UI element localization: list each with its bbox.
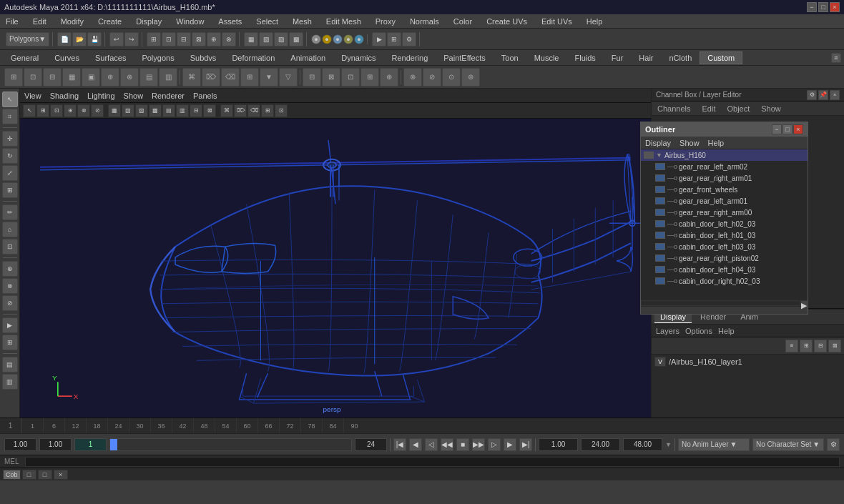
snap-btn1[interactable]: ▦ xyxy=(244,32,258,46)
shelf-icon-8[interactable]: ▤ xyxy=(139,68,158,87)
scale-tool[interactable]: ⤢ xyxy=(2,165,18,181)
outliner-close[interactable]: × xyxy=(793,124,803,134)
shelf-icon-3[interactable]: ⊟ xyxy=(43,68,62,87)
shelf-icon-18[interactable]: ⊡ xyxy=(341,68,360,87)
strip-btn-cob[interactable]: Cob xyxy=(3,470,21,480)
shelf-icon-1[interactable]: ⊞ xyxy=(4,68,23,87)
go-start-btn[interactable]: |◀ xyxy=(393,438,406,451)
menu-select[interactable]: Select xyxy=(253,16,281,27)
cb-close-btn[interactable]: × xyxy=(830,90,840,100)
cb-settings-btn[interactable]: ⚙ xyxy=(807,90,817,100)
go-end-btn[interactable]: ▶| xyxy=(519,438,532,451)
vp-tb-btn13[interactable]: ⊟ xyxy=(190,104,202,117)
ipr-tool[interactable]: ⊞ xyxy=(2,335,18,350)
vp-tb-btn17[interactable]: ⌫ xyxy=(247,104,260,117)
orbit-tool[interactable]: ⊗ xyxy=(2,278,18,294)
layer-item-0[interactable]: V /Airbus_H160_layer1 xyxy=(652,355,844,369)
viewport-canvas[interactable]: X Y persp xyxy=(20,119,651,417)
new-button[interactable]: 📄 xyxy=(57,32,72,46)
strip-btn-2[interactable]: □ xyxy=(38,470,52,480)
vp-tb-btn15[interactable]: ⌘ xyxy=(220,104,233,117)
snap-btn2[interactable]: ▧ xyxy=(259,32,273,46)
start-frame-field[interactable]: 1.00 xyxy=(39,438,72,451)
transform-btn1[interactable]: ⊞ xyxy=(147,32,161,46)
shelf-tab-muscle[interactable]: Muscle xyxy=(526,51,567,64)
shelf-tab-custom[interactable]: Custom xyxy=(700,51,742,64)
range-end-field[interactable]: 24.00 xyxy=(581,438,620,451)
strip-btn-1[interactable]: □ xyxy=(22,470,36,480)
transform-btn4[interactable]: ⊠ xyxy=(192,32,206,46)
save-button[interactable]: 💾 xyxy=(87,32,102,46)
render-btn3[interactable]: ⚙ xyxy=(402,32,416,46)
render-tool[interactable]: ▶ xyxy=(2,317,18,333)
outliner-item-0[interactable]: —o gear_rear_left_arm02 xyxy=(641,161,808,172)
vp-menu-panels[interactable]: Panels xyxy=(193,92,217,100)
shelf-tab-ncloth[interactable]: nCloth xyxy=(662,51,700,64)
shelf-icon-20[interactable]: ⊕ xyxy=(380,68,398,87)
menu-createuvs[interactable]: Create UVs xyxy=(484,16,530,27)
shelf-icon-4[interactable]: ▦ xyxy=(62,68,81,87)
show-tool[interactable]: ▤ xyxy=(2,357,18,372)
range-start-field[interactable]: 1.00 xyxy=(539,438,578,451)
menu-color[interactable]: Color xyxy=(451,16,475,27)
vp-tb-btn14[interactable]: ⊠ xyxy=(203,104,216,117)
shelf-icon-15[interactable]: ▽ xyxy=(279,68,298,87)
shelf-tab-general[interactable]: General xyxy=(3,51,46,64)
ot-menu-help[interactable]: Help xyxy=(708,139,725,147)
rotate-tool[interactable]: ↻ xyxy=(2,148,18,164)
vp-tb-btn19[interactable]: ⊡ xyxy=(275,104,288,117)
vp-tb-btn10[interactable]: ▩ xyxy=(149,104,162,117)
disp-btn2[interactable]: ● xyxy=(322,34,332,44)
layer-scrollbar[interactable] xyxy=(652,410,844,417)
menu-edituvs[interactable]: Edit UVs xyxy=(539,16,575,27)
anim-range-field[interactable]: 48.00 xyxy=(623,438,662,451)
outliner-item-3[interactable]: —o gear_rear_left_arm01 xyxy=(641,195,808,207)
shelf-icon-6[interactable]: ⊕ xyxy=(101,68,119,87)
outliner-item-2[interactable]: —o gear_front_wheels xyxy=(641,184,808,195)
shelf-icon-7[interactable]: ⊗ xyxy=(120,68,139,87)
camera-tool[interactable]: ⊕ xyxy=(2,261,18,277)
transform-tool[interactable]: ⊞ xyxy=(2,182,18,198)
vp-tb-btn7[interactable]: ▦ xyxy=(108,104,121,117)
timeline-slider[interactable] xyxy=(109,438,352,451)
menu-modify[interactable]: Modify xyxy=(58,16,87,27)
menu-assets[interactable]: Assets xyxy=(215,16,245,27)
disp-btn3[interactable]: ● xyxy=(333,34,343,44)
shelf-icon-10[interactable]: ⌘ xyxy=(182,68,201,87)
cb-tab-channels[interactable]: Channels xyxy=(654,103,693,114)
vp-tb-btn9[interactable]: ▨ xyxy=(135,104,148,117)
shelf-tab-subdvs[interactable]: Subdvs xyxy=(182,51,225,64)
snap-btn3[interactable]: ▨ xyxy=(274,32,288,46)
outliner-item-10[interactable]: —o cabin_door_right_h02_03 xyxy=(641,275,808,287)
layer-vis-0[interactable]: V xyxy=(654,357,666,367)
vp-tb-btn2[interactable]: ⊞ xyxy=(36,104,49,117)
select-tool[interactable]: ↖ xyxy=(2,92,18,107)
timeline-area[interactable]: 1 1 6 12 18 24 30 36 42 48 54 60 66 72 7… xyxy=(0,417,844,433)
shelf-tab-painteffects[interactable]: PaintEffects xyxy=(436,51,494,64)
outliner-content[interactable]: ▼ Airbus_H160 —o gear_rear_left_arm02 —o… xyxy=(641,149,808,300)
vp-tb-btn16[interactable]: ⌦ xyxy=(234,104,247,117)
layer-btn4[interactable]: ⊠ xyxy=(828,340,841,352)
hide-tool[interactable]: ▥ xyxy=(2,374,18,390)
shelf-icon-2[interactable]: ⊡ xyxy=(24,68,42,87)
menu-file[interactable]: File xyxy=(3,16,21,27)
cb-tab-object[interactable]: Object xyxy=(724,103,752,114)
character-dropdown[interactable]: No Character Set ▼ xyxy=(752,438,824,451)
undo-button[interactable]: ↩ xyxy=(109,32,124,46)
shelf-icon-24[interactable]: ⊛ xyxy=(461,68,480,87)
menu-window[interactable]: Window xyxy=(173,16,207,27)
outliner-item-4[interactable]: —o gear_rear_right_arm00 xyxy=(641,207,808,218)
shelf-tab-dynamics[interactable]: Dynamics xyxy=(333,51,383,64)
shelf-settings-button[interactable]: ≡ xyxy=(831,53,841,63)
shelf-tab-hair[interactable]: Hair xyxy=(631,51,661,64)
shelf-icon-23[interactable]: ⊙ xyxy=(442,68,461,87)
vp-menu-lighting[interactable]: Lighting xyxy=(87,92,115,100)
outliner-maximize[interactable]: □ xyxy=(782,124,793,134)
command-input[interactable] xyxy=(25,457,840,467)
transform-btn2[interactable]: ⊡ xyxy=(162,32,176,46)
disp-btn5[interactable]: ● xyxy=(354,34,364,44)
pan-tool[interactable]: ⊘ xyxy=(2,295,18,311)
redo-button[interactable]: ↪ xyxy=(124,32,139,46)
layer-btn3[interactable]: ⊟ xyxy=(814,340,827,352)
outliner-item-8[interactable]: —o gear_rear_right_piston02 xyxy=(641,252,808,264)
